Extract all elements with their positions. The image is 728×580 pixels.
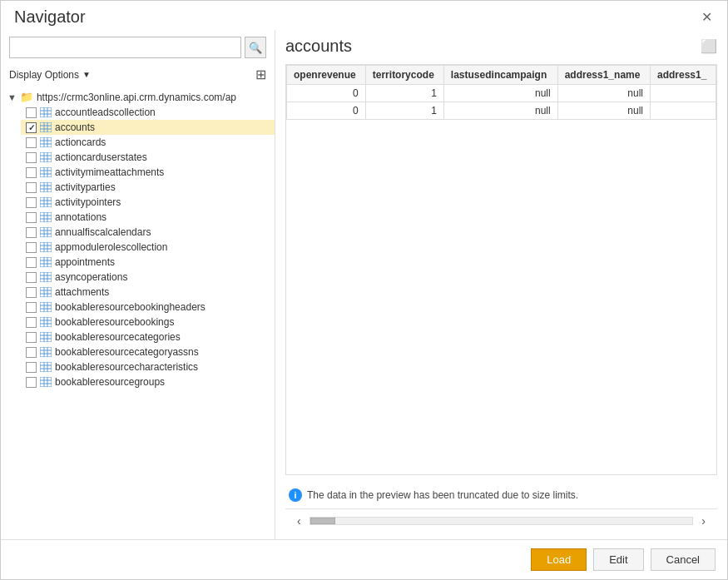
svg-rect-85 — [40, 362, 52, 372]
tree-item-checkbox[interactable] — [26, 242, 37, 253]
svg-rect-5 — [40, 122, 52, 132]
tree-item-label: activityparties — [55, 181, 116, 193]
list-item[interactable]: annotations — [21, 210, 275, 225]
list-item[interactable]: accountleadscollection — [21, 105, 275, 120]
window-title: Navigator — [14, 7, 86, 27]
table-cell: null — [557, 102, 650, 120]
table-icon — [40, 197, 52, 207]
list-item[interactable]: actioncarduserstates — [21, 150, 275, 165]
search-icon-button[interactable]: 🔍 — [245, 37, 266, 58]
search-bar: 🔍 — [1, 30, 275, 65]
right-panel: accounts ⬜ openrevenueterritorycodelastu… — [275, 30, 727, 539]
tree-item-checkbox[interactable] — [26, 257, 37, 268]
table-header: openrevenueterritorycodelastusedincampai… — [287, 66, 716, 85]
tree-item-checkbox[interactable] — [26, 347, 37, 358]
tree-item-label: asyncoperations — [55, 271, 127, 283]
svg-rect-50 — [40, 257, 52, 267]
tree-item-checkbox[interactable] — [26, 182, 37, 193]
tree-root: ▼ 📁 https://crmc3online.api.crm.dynamics… — [4, 87, 275, 391]
truncation-text: The data in the preview has been truncat… — [307, 489, 578, 501]
list-item[interactable]: bookableresourcebookings — [21, 315, 275, 330]
copy-icon: ⬜ — [701, 39, 717, 53]
tree-item-checkbox[interactable] — [26, 212, 37, 223]
list-item[interactable]: appointments — [21, 255, 275, 270]
table-cell: 1 — [365, 85, 443, 102]
list-item[interactable]: bookableresourcebookingheaders — [21, 300, 275, 315]
table-cell: null — [557, 85, 650, 102]
tree-children: accountleadscollection accounts actionca… — [4, 105, 275, 389]
root-node-item: ▼ 📁 https://crmc3online.api.crm.dynamics… — [4, 87, 275, 391]
list-item[interactable]: activityparties — [21, 180, 275, 195]
list-item[interactable]: asyncoperations — [21, 270, 275, 285]
table-cell: null — [443, 85, 557, 102]
table-icon — [40, 182, 52, 192]
data-table-container: openrevenueterritorycodelastusedincampai… — [285, 64, 717, 475]
expand-icon-button[interactable]: ⊞ — [255, 67, 266, 82]
chevron-down-icon: ▼ — [82, 70, 91, 79]
list-item[interactable]: bookableresourcecategoryassns — [21, 345, 275, 359]
table-cell: 1 — [365, 102, 443, 120]
tree-item-checkbox[interactable] — [26, 287, 37, 298]
close-button[interactable]: ✕ — [696, 9, 717, 26]
tree-item-checkbox[interactable] — [26, 167, 37, 178]
table-column-header: address1_ — [651, 66, 716, 85]
edit-button[interactable]: Edit — [593, 548, 643, 571]
tree-item-checkbox[interactable] — [26, 227, 37, 238]
expand-icon: ⊞ — [255, 67, 266, 82]
cancel-button[interactable]: Cancel — [651, 548, 716, 571]
list-item[interactable]: actioncards — [21, 135, 275, 150]
svg-rect-70 — [40, 317, 52, 327]
display-options-bar: Display Options ▼ ⊞ — [1, 65, 275, 87]
display-options-label: Display Options — [9, 69, 79, 81]
tree-item-checkbox[interactable] — [26, 377, 37, 388]
svg-rect-65 — [40, 302, 52, 312]
copy-icon-button[interactable]: ⬜ — [701, 38, 717, 54]
content-area: 🔍 Display Options ▼ ⊞ ▼ — [1, 30, 727, 539]
tree-item-checkbox[interactable] — [26, 107, 37, 118]
table-row: 01nullnull — [287, 102, 716, 120]
search-input[interactable] — [9, 37, 241, 58]
list-item[interactable]: activitymimeattachments — [21, 165, 275, 180]
list-item[interactable]: activitypointers — [21, 195, 275, 210]
list-item[interactable]: annualfiscalcalendars — [21, 225, 275, 240]
svg-rect-90 — [40, 377, 52, 387]
list-item[interactable]: accounts — [21, 120, 275, 135]
svg-rect-80 — [40, 347, 52, 357]
table-icon — [40, 377, 52, 387]
tree-item-label: appointments — [55, 256, 115, 268]
tree-item-checkbox[interactable] — [26, 272, 37, 283]
table-icon — [40, 137, 52, 147]
list-item[interactable]: bookableresourcegroups — [21, 374, 275, 389]
tree-item-checkbox[interactable] — [26, 332, 37, 343]
search-icon: 🔍 — [249, 42, 262, 54]
svg-rect-55 — [40, 272, 52, 282]
list-item[interactable]: attachments — [21, 285, 275, 300]
table-cell: 0 — [287, 102, 366, 120]
tree-item-checkbox[interactable] — [26, 197, 37, 208]
display-options-button[interactable]: Display Options ▼ — [9, 69, 91, 81]
tree-item-checkbox[interactable] — [26, 122, 37, 133]
table-icon — [40, 227, 52, 237]
tree-item-label: annotations — [55, 211, 106, 223]
table-column-header: openrevenue — [287, 66, 366, 85]
load-button[interactable]: Load — [531, 548, 587, 571]
info-icon: i — [289, 488, 302, 502]
scrollbar-thumb[interactable] — [310, 518, 335, 524]
tree-item-checkbox[interactable] — [26, 317, 37, 328]
tree-item-checkbox[interactable] — [26, 362, 37, 373]
list-item[interactable]: bookableresourcecharacteristics — [21, 359, 275, 374]
tree-area[interactable]: ▼ 📁 https://crmc3online.api.crm.dynamics… — [1, 87, 275, 539]
tree-item-checkbox[interactable] — [26, 302, 37, 313]
tree-item-checkbox[interactable] — [26, 152, 37, 163]
table-icon — [40, 362, 52, 372]
scroll-left-button[interactable]: ‹ — [292, 513, 306, 529]
root-node[interactable]: ▼ 📁 https://crmc3online.api.crm.dynamics… — [4, 89, 275, 105]
scroll-right-button[interactable]: › — [696, 513, 711, 529]
scrollbar-track[interactable] — [310, 517, 694, 525]
list-item[interactable]: appmodulerolescollection — [21, 240, 275, 255]
tree-item-label: bookableresourcebookings — [55, 316, 174, 328]
table-icon — [40, 302, 52, 312]
list-item[interactable]: bookableresourcecategories — [21, 330, 275, 345]
svg-rect-30 — [40, 197, 52, 207]
tree-item-checkbox[interactable] — [26, 137, 37, 148]
